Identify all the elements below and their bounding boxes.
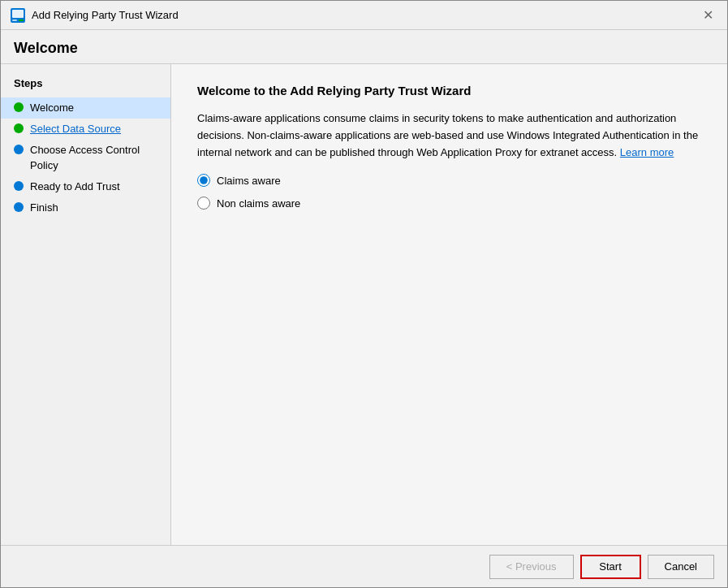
step-dot-ready: [14, 181, 24, 191]
wizard-icon: [11, 8, 25, 23]
radio-claims-aware[interactable]: [197, 174, 210, 187]
step-label-ready: Ready to Add Trust: [30, 179, 120, 194]
sidebar-item-choose-access[interactable]: Choose Access Control Policy: [1, 140, 170, 175]
sidebar-item-ready-to-add[interactable]: Ready to Add Trust: [1, 176, 170, 197]
sidebar-item-select-data-source[interactable]: Select Data Source: [1, 119, 170, 140]
radio-label-claims-aware: Claims aware: [217, 175, 281, 187]
main-title: Welcome to the Add Relying Party Trust W…: [197, 84, 701, 97]
start-button[interactable]: Start: [580, 555, 641, 579]
step-dot-access: [14, 145, 24, 154]
previous-button[interactable]: < Previous: [489, 555, 574, 579]
radio-non-claims-aware[interactable]: [197, 197, 210, 210]
step-label-finish: Finish: [30, 201, 58, 215]
sidebar-item-finish[interactable]: Finish: [1, 197, 170, 218]
window-title: Add Relying Party Trust Wizard: [32, 9, 179, 21]
step-label-access: Choose Access Control Policy: [30, 143, 157, 172]
content-area: Steps Welcome Select Data Source Choose …: [1, 64, 727, 545]
step-dot-finish: [14, 202, 24, 212]
description-text: Claims-aware applications consume claims…: [197, 110, 700, 161]
page-header: Welcome: [1, 30, 727, 64]
svg-rect-3: [19, 19, 24, 21]
sidebar: Steps Welcome Select Data Source Choose …: [1, 64, 171, 545]
main-content-area: Welcome to the Add Relying Party Trust W…: [171, 64, 727, 545]
cancel-button[interactable]: Cancel: [648, 555, 714, 579]
sidebar-item-welcome[interactable]: Welcome: [1, 97, 170, 119]
title-bar-left: Add Relying Party Trust Wizard: [11, 8, 179, 23]
sidebar-title: Steps: [1, 77, 170, 97]
step-label-welcome: Welcome: [30, 101, 74, 115]
wizard-window: Add Relying Party Trust Wizard ✕ Welcome…: [0, 0, 728, 588]
svg-rect-2: [12, 19, 17, 21]
step-dot-select: [14, 123, 24, 133]
page-heading: Welcome: [14, 40, 714, 57]
step-label-select: Select Data Source: [30, 122, 121, 136]
svg-rect-1: [12, 10, 24, 18]
close-button[interactable]: ✕: [698, 6, 717, 25]
title-bar: Add Relying Party Trust Wizard ✕: [1, 1, 727, 30]
radio-group: Claims aware Non claims aware: [197, 174, 701, 210]
radio-item-claims-aware[interactable]: Claims aware: [197, 174, 701, 187]
footer: < Previous Start Cancel: [1, 545, 727, 587]
radio-item-non-claims-aware[interactable]: Non claims aware: [197, 197, 701, 210]
step-dot-welcome: [14, 102, 24, 112]
radio-label-non-claims-aware: Non claims aware: [217, 197, 300, 210]
learn-more-link[interactable]: Learn more: [620, 146, 674, 158]
